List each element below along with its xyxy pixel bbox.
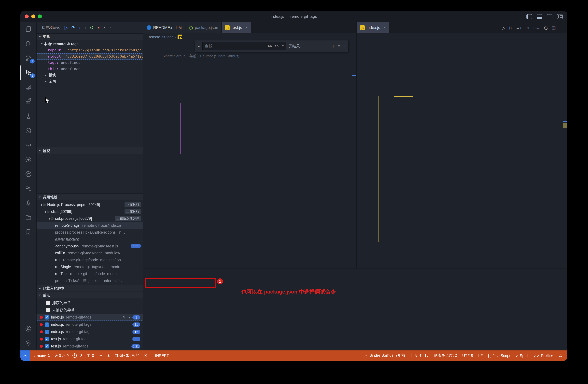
circle-icon[interactable]: ○ xyxy=(526,25,529,30)
timeline-icon[interactable]: ◷ xyxy=(544,25,548,30)
stack-frame-row[interactable]: callFnremote-git-tags/node_modules/… xyxy=(37,250,143,256)
spell-status[interactable]: ✓ Spell xyxy=(516,353,528,358)
find-input[interactable]: 查找 Aa ab .* xyxy=(202,42,286,50)
debug-disconnect-icon[interactable]: ⚡ xyxy=(97,25,100,30)
find-next-icon[interactable]: ↓ xyxy=(332,44,334,48)
more-icon[interactable]: ⋯ xyxy=(560,25,564,30)
close-tab-icon[interactable]: × xyxy=(383,26,385,30)
checkbox-icon[interactable] xyxy=(46,308,50,312)
section-header[interactable]: ▾监视 xyxy=(37,147,143,154)
section-header[interactable]: ▾变量 xyxy=(37,33,143,40)
remove-breakpoint-icon[interactable]: × xyxy=(128,315,130,319)
back-circle-icon[interactable]: ←○ xyxy=(516,25,523,30)
debug-restart-icon[interactable]: ↺ xyxy=(90,25,94,30)
breakpoint-row[interactable]: ✓index.jsremote-git-tags✎×8 xyxy=(37,314,143,321)
debug-status-icon[interactable] xyxy=(98,353,102,358)
tab-readme-md[interactable]: iREADME.mdM xyxy=(143,22,185,33)
project-manager-icon[interactable] xyxy=(21,181,36,196)
whole-word-icon[interactable]: ab xyxy=(274,44,279,48)
right-breadcrumb[interactable] xyxy=(357,33,567,40)
edit-breakpoint-icon[interactable]: ✎ xyxy=(123,315,126,319)
disc-icon[interactable] xyxy=(21,123,36,138)
source-control-icon[interactable]: 1 xyxy=(21,51,36,65)
debug-session-row[interactable]: ▾🐞 cli.js [60269]正在运行 xyxy=(37,208,143,215)
variable-row[interactable]: tags: undefined xyxy=(37,59,143,66)
variable-row[interactable]: stdout: '67316ee37f0028d660f530970ab74a5… xyxy=(37,53,143,59)
stack-frame-row[interactable]: runremote-git-tags/node_modules/.pn… xyxy=(37,256,143,263)
ports-status[interactable]: 0 xyxy=(86,353,94,358)
breakpoint-row[interactable]: ✓index.jsremote-git-tags16 xyxy=(37,328,143,335)
problems-status[interactable]: ⊘ 0 ⚠ 0 i 3 xyxy=(55,353,82,358)
stack-frame-row[interactable]: <anonymous>remote-git-tags/test.js5:21 xyxy=(37,243,143,250)
stack-frame-row[interactable]: process.processTicksAndRejectionsin… xyxy=(37,229,143,236)
bookmark-icon[interactable] xyxy=(21,225,36,239)
eol-status[interactable]: LF xyxy=(478,354,483,358)
checkbox-icon[interactable]: ✓ xyxy=(45,344,49,348)
search-icon[interactable] xyxy=(21,37,36,51)
breakpoint-row[interactable]: ✓index.jsremote-git-tags11 xyxy=(37,321,143,328)
extensions-icon[interactable] xyxy=(21,95,36,109)
tab-package-json[interactable]: package.json xyxy=(185,22,222,33)
forward-circle-icon[interactable]: ○→ xyxy=(533,25,540,30)
section-header[interactable]: ▾调用堆栈 xyxy=(37,193,143,200)
section-header[interactable]: ▾断点 xyxy=(37,291,143,298)
stack-frame-row[interactable]: runTestremote-git-tags/node_module… xyxy=(37,270,143,277)
prettier-status[interactable]: ✓✓ Prettier xyxy=(533,353,553,358)
split-editor-icon[interactable]: ◫ xyxy=(552,25,556,30)
index-js-editor[interactable] xyxy=(357,40,567,269)
settings-gear-icon[interactable] xyxy=(21,336,36,350)
chevron-down-icon[interactable]: ▾ xyxy=(104,26,105,29)
debug-step-out-icon[interactable]: ↑ xyxy=(84,25,86,30)
branch-status[interactable]: ⑂ main* ↻ xyxy=(33,353,51,358)
todo-tree-icon[interactable] xyxy=(21,196,36,210)
breadcrumb-item[interactable]: remote-git-tags xyxy=(148,35,173,39)
test-beaker-icon[interactable] xyxy=(21,109,36,123)
more-tabs-icon[interactable]: ⋯ xyxy=(348,22,357,33)
cursor-position-status[interactable]: 行 8, 列 16 xyxy=(410,353,429,358)
exception-breakpoint-row[interactable]: 未捕获的异常 xyxy=(37,306,143,314)
center-breadcrumb[interactable]: remote-git-tags›JS xyxy=(143,33,357,40)
variable-row[interactable]: this: undefined xyxy=(37,66,143,72)
account-icon[interactable] xyxy=(21,322,36,336)
find-in-selection-icon[interactable]: ≡ xyxy=(338,44,340,48)
checkbox-icon[interactable]: ✓ xyxy=(45,329,49,334)
launch-status-icon[interactable] xyxy=(106,353,110,358)
find-close-icon[interactable]: × xyxy=(343,44,346,48)
encoding-status[interactable]: UTF-8 xyxy=(462,354,473,358)
toggle-secondary-sidebar-icon[interactable] xyxy=(547,14,552,19)
debug-step-into-icon[interactable]: ↓ xyxy=(79,25,81,30)
close-tab-icon[interactable]: × xyxy=(245,26,247,30)
more-actions-icon[interactable]: ⋯ xyxy=(108,25,113,30)
blame-status[interactable]: Sindre Sorhus, 7年前 xyxy=(364,353,405,358)
find-prev-icon[interactable]: ↑ xyxy=(327,44,329,48)
run-icon[interactable]: ▷ xyxy=(502,25,505,30)
checkbox-icon[interactable]: ✓ xyxy=(45,322,49,326)
checkbox-icon[interactable]: ✓ xyxy=(45,337,49,341)
find-expand-icon[interactable]: ▸ xyxy=(198,44,200,48)
run-debug-icon[interactable]: 1 xyxy=(21,65,37,80)
exception-breakpoint-row[interactable]: 捕获的异常 xyxy=(37,299,143,306)
rest-client-icon[interactable] xyxy=(21,138,36,152)
github-status-icon[interactable] xyxy=(143,353,147,358)
remote-explorer-icon[interactable] xyxy=(21,80,36,95)
variable-row[interactable]: repoUrl: 'https://github.com/sindresorhu… xyxy=(37,47,143,53)
terminal[interactable] xyxy=(143,277,567,350)
test-js-editor[interactable]: ▸ 查找 Aa ab .* 无结果 ↑ ↓ ≡ xyxy=(143,40,357,269)
section-header[interactable]: ▸已载入的脚本 xyxy=(37,285,143,291)
breakpoint-row[interactable]: ✓test.jsremote-git-tags5 xyxy=(37,335,143,343)
indentation-status[interactable]: 制表符长度: 2 xyxy=(434,353,457,358)
debug-step-over-icon[interactable]: ↷ xyxy=(71,25,75,30)
regex-icon[interactable]: .* xyxy=(281,44,284,48)
folder-icon[interactable] xyxy=(21,210,36,225)
stack-frame-row[interactable]: processTicksAndRejectionsinternal/pr… xyxy=(37,277,143,284)
toggle-sidebar-icon[interactable] xyxy=(526,14,532,19)
checkbox-icon[interactable] xyxy=(46,301,50,305)
breakpoint-row[interactable]: ✓test.jsremote-git-tags5:21 xyxy=(37,343,143,350)
variables-scope[interactable]: ▾本地: remoteGitTags xyxy=(37,41,143,47)
checkbox-icon[interactable]: ✓ xyxy=(45,315,49,319)
notifications-bell-icon[interactable] xyxy=(558,353,563,358)
github-icon[interactable] xyxy=(21,152,36,167)
language-status[interactable]: { } JavaScript xyxy=(488,354,510,358)
debug-session-row[interactable]: ▾🐞 subprocess.js [60279]已在断点处暂停 xyxy=(37,215,143,222)
variables-group[interactable]: ▸ 模块 xyxy=(37,72,143,78)
